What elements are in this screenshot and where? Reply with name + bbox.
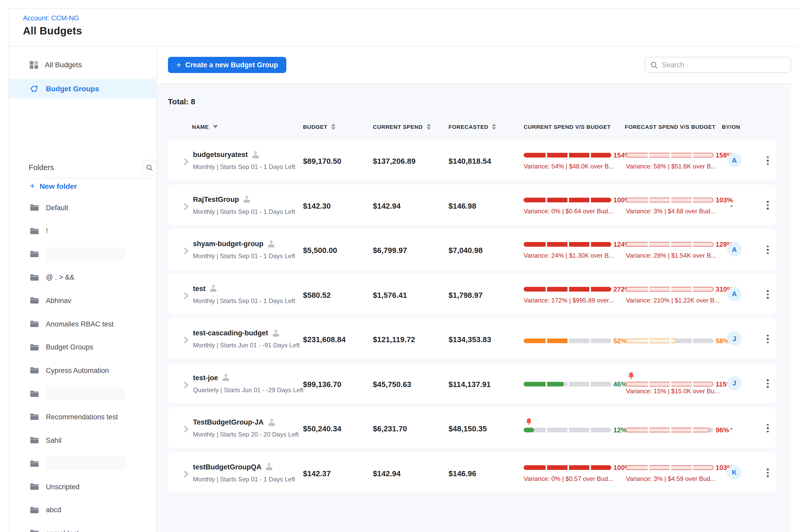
budget-group-name[interactable]: test — [193, 285, 206, 292]
budget-group-name[interactable]: test-joe — [193, 374, 218, 382]
folder-icon — [30, 507, 39, 514]
forecast-bar-group: 115% — [626, 380, 733, 388]
folder-item[interactable]: Budget Groups — [30, 339, 155, 355]
budget-group-name[interactable]: RajTestGroup — [193, 195, 239, 203]
folder-item[interactable]: Abhinav — [30, 293, 155, 308]
current-variance-text: Variance: 0% | $0.57 over Bud... — [524, 475, 623, 482]
budget-group-name[interactable]: test-cascading-budget — [193, 329, 268, 337]
folders-divider — [29, 178, 156, 178]
folder-item-redacted[interactable] — [30, 386, 155, 402]
budget-schedule: Monthly | Starts Sep 01 - 1 Days Left — [193, 208, 295, 215]
budget-group-name[interactable]: budgetsuryatest — [193, 151, 248, 158]
table-row: budgetsuryatest Monthly | Starts Sep 01 … — [168, 140, 776, 180]
folder-item[interactable]: ! — [30, 223, 155, 239]
row-expander chevron-right-icon[interactable] — [184, 337, 189, 346]
app-window: Account: CCM-NG All Budgets All Budgets … — [0, 0, 798, 532]
folder-item[interactable]: Default — [30, 200, 155, 215]
folder-icon — [30, 460, 39, 467]
piggy-bank-icon — [30, 85, 39, 93]
row-menu-button kebab-icon[interactable] — [764, 467, 772, 479]
current-spend-amount: $6,799.97 — [373, 246, 407, 254]
row-expander chevron-right-icon[interactable] — [184, 158, 189, 167]
create-budget-group-button[interactable]: + Create a new Budget Group — [168, 57, 286, 73]
folder-item[interactable]: @ . > && — [30, 270, 155, 285]
row-menu-button kebab-icon[interactable] — [764, 288, 772, 301]
forecast-progress-bar — [626, 197, 714, 202]
folders-heading: Folders — [29, 163, 54, 172]
folder-item[interactable]: Unscripted — [30, 479, 155, 494]
new-folder-button[interactable]: + New folder — [30, 182, 77, 190]
row-menu-button kebab-icon[interactable] — [764, 154, 772, 167]
forecast-progress-bar — [626, 287, 714, 291]
folder-item[interactable]: Anomalies RBAC test — [30, 316, 155, 332]
folder-item-redacted[interactable] — [30, 456, 155, 471]
table-row: shyam-budget-group Monthly | Starts Sep … — [168, 229, 776, 270]
hierarchy-icon — [268, 419, 275, 426]
search-input[interactable] — [662, 61, 785, 69]
column-header-forecasted[interactable]: FORECASTED — [449, 124, 496, 130]
current-spend-percent: 12% — [613, 426, 627, 434]
sort-icon — [331, 124, 335, 130]
forecast-variance-text: Variance: 3% | $4.59 over Bud... — [626, 475, 725, 482]
hierarchy-icon — [268, 240, 275, 247]
row-expander chevron-right-icon[interactable] — [184, 470, 189, 480]
row-expander chevron-right-icon[interactable] — [184, 381, 189, 391]
forecasted-amount: $140,818.54 — [449, 157, 491, 165]
row-menu-button kebab-icon[interactable] — [764, 333, 772, 345]
plus-icon: + — [176, 60, 181, 70]
budget-amount: $99,136.70 — [303, 380, 341, 388]
budget-amount: $231,608.84 — [303, 335, 346, 344]
forecast-variance-text: Variance: 210% | $1.22K over B... — [626, 297, 725, 304]
search-box[interactable] — [645, 57, 791, 73]
row-expander chevron-right-icon[interactable] — [184, 247, 189, 256]
hierarchy-icon — [222, 374, 229, 381]
current-spend-progress-bar — [524, 339, 611, 343]
total-count: Total: 8 — [168, 97, 195, 106]
sidebar-item-all-budgets[interactable]: All Budgets — [9, 55, 156, 75]
row-menu-button kebab-icon[interactable] — [764, 244, 772, 256]
forecast-variance-text: Variance: 58% | $51.6K over B... — [626, 163, 725, 170]
current-spend-amount: $142.94 — [373, 202, 401, 210]
folder-item[interactable]: Cypress Automation — [30, 362, 155, 378]
redacted-label — [46, 247, 125, 261]
column-header-name[interactable]: NAME — [192, 124, 218, 130]
row-menu-button kebab-icon[interactable] — [764, 199, 772, 211]
folder-item-redacted[interactable] — [30, 246, 155, 262]
folder-item[interactable]: anmol-test — [30, 526, 155, 532]
forecasted-amount: $7,040.98 — [449, 246, 483, 254]
breadcrumb-account-link[interactable]: Account: CCM-NG — [23, 14, 79, 22]
folder-search-button[interactable] — [142, 160, 156, 175]
budget-group-name[interactable]: shyam-budget-group — [193, 240, 263, 248]
current-spend-progress-bar — [524, 153, 611, 157]
folder-icon — [30, 204, 39, 211]
row-menu-button kebab-icon[interactable] — [764, 422, 772, 435]
new-folder-label: New folder — [40, 182, 77, 190]
create-budget-group-label: Create a new Budget Group — [185, 61, 278, 69]
row-menu-button kebab-icon[interactable] — [764, 377, 772, 390]
forecast-bar-group: 158% — [626, 151, 733, 159]
budget-amount: $580.52 — [303, 291, 331, 299]
table-row: test-joe Quarterly | Starts Jun 01 - -29… — [168, 363, 776, 403]
budget-schedule: Monthly | Starts Sep 01 - 1 Days Left — [193, 252, 295, 260]
search-icon — [146, 164, 153, 171]
table-row: TestBudgetGroup-JA Monthly | Starts Sep … — [168, 407, 776, 448]
folder-item[interactable]: Sahil — [30, 432, 155, 448]
hierarchy-icon — [210, 285, 217, 292]
sidebar-item-label: Budget Groups — [46, 84, 99, 93]
search-icon — [650, 61, 658, 69]
row-expander chevron-right-icon[interactable] — [184, 292, 189, 301]
column-header-budget[interactable]: BUDGET — [303, 124, 335, 130]
row-expander chevron-right-icon[interactable] — [184, 203, 189, 212]
budget-group-name[interactable]: testBudgetGroupQA — [193, 463, 262, 471]
column-header-current-spend[interactable]: CURRENT SPEND — [373, 124, 431, 130]
folder-name: Recommendations test — [46, 413, 118, 421]
row-expander chevron-right-icon[interactable] — [184, 425, 189, 435]
current-spend-bar-group: 124% — [524, 241, 631, 248]
budget-schedule: Monthly | Starts Sep 01 - 1 Days Left — [193, 297, 295, 304]
sidebar-item-budget-groups[interactable]: Budget Groups — [9, 79, 156, 99]
folder-item[interactable]: Recommendations test — [30, 409, 155, 425]
folder-item[interactable]: abcd — [30, 502, 155, 518]
forecast-progress-bar — [626, 428, 714, 432]
current-spend-bar-group: 100% — [524, 463, 631, 471]
budget-group-name[interactable]: TestBudgetGroup-JA — [193, 418, 264, 426]
